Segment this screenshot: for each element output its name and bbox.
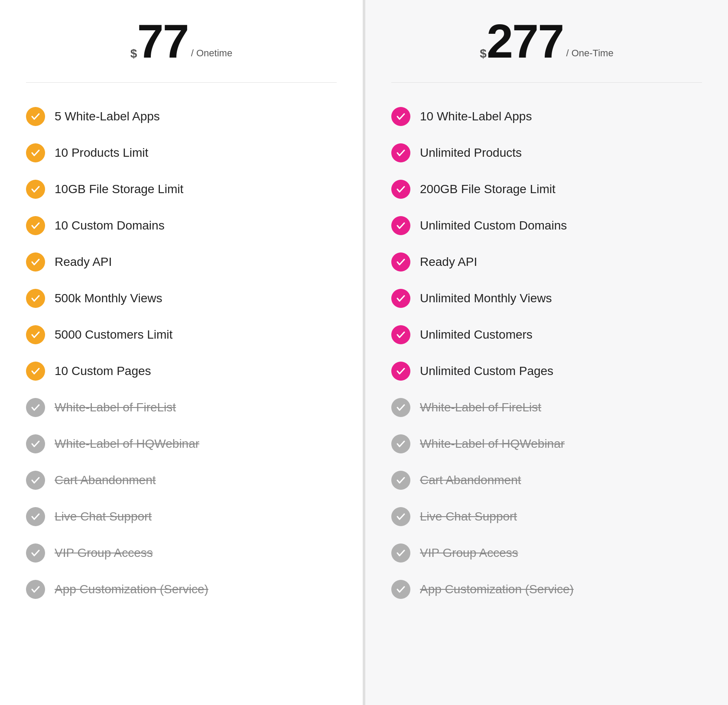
feature-label: VIP Group Access [55, 545, 153, 561]
price-amount-right: 277 [487, 17, 564, 65]
feature-label: 200GB File Storage Limit [420, 181, 556, 197]
feature-label: Live Chat Support [420, 509, 517, 524]
feature-item: VIP Group Access [391, 535, 702, 571]
check-icon [391, 252, 410, 272]
check-icon [26, 471, 45, 490]
price-period-left: / Onetime [191, 48, 232, 65]
check-icon [26, 362, 45, 381]
pricing-container: $ 77 / Onetime 5 White-Label Apps 10 Pro… [0, 0, 728, 705]
feature-item: Unlimited Customers [391, 317, 702, 353]
feature-item: 500k Monthly Views [26, 280, 337, 317]
feature-item: App Customization (Service) [26, 571, 337, 608]
feature-item: White-Label of FireList [391, 389, 702, 426]
check-icon [391, 471, 410, 490]
feature-item: White-Label of HQWebinar [26, 426, 337, 462]
feature-label: Unlimited Custom Domains [420, 218, 567, 233]
feature-item: VIP Group Access [26, 535, 337, 571]
feature-label: Ready API [55, 254, 112, 270]
feature-item: App Customization (Service) [391, 571, 702, 608]
price-amount-left: 77 [137, 17, 188, 65]
check-icon [391, 543, 410, 563]
feature-item: Unlimited Products [391, 135, 702, 171]
check-icon [26, 507, 45, 526]
feature-label: Cart Abandonment [55, 472, 156, 488]
feature-label: App Customization (Service) [420, 582, 574, 597]
check-icon [391, 289, 410, 308]
feature-label: White-Label of FireList [55, 400, 176, 415]
check-icon [26, 325, 45, 344]
check-icon [26, 434, 45, 453]
feature-list-right: 10 White-Label Apps Unlimited Products 2… [391, 98, 702, 608]
check-icon [391, 216, 410, 235]
feature-label: 10 Products Limit [55, 145, 148, 161]
feature-label: VIP Group Access [420, 545, 518, 561]
feature-label: Unlimited Products [420, 145, 522, 161]
feature-label: White-Label of HQWebinar [55, 436, 199, 452]
feature-label: Unlimited Monthly Views [420, 291, 552, 306]
check-icon [26, 252, 45, 272]
feature-item: Unlimited Monthly Views [391, 280, 702, 317]
check-icon [391, 143, 410, 162]
feature-label: Live Chat Support [55, 509, 152, 524]
feature-label: 5000 Customers Limit [55, 327, 172, 343]
feature-list-left: 5 White-Label Apps 10 Products Limit 10G… [26, 98, 337, 608]
feature-item: 5000 Customers Limit [26, 317, 337, 353]
check-icon [391, 180, 410, 199]
feature-item: White-Label of HQWebinar [391, 426, 702, 462]
price-period-right: / One-Time [566, 48, 613, 65]
feature-label: 10 Custom Pages [55, 363, 151, 379]
feature-item: Cart Abandonment [26, 462, 337, 498]
feature-label: App Customization (Service) [55, 582, 208, 597]
feature-item: Live Chat Support [391, 498, 702, 535]
feature-item: 10 White-Label Apps [391, 98, 702, 135]
check-icon [391, 507, 410, 526]
check-icon [26, 289, 45, 308]
feature-item: 5 White-Label Apps [26, 98, 337, 135]
check-icon [26, 180, 45, 199]
feature-item: White-Label of FireList [26, 389, 337, 426]
check-icon [26, 107, 45, 126]
feature-item: Cart Abandonment [391, 462, 702, 498]
plan-right: $ 277 / One-Time 10 White-Label Apps Unl… [365, 0, 728, 705]
check-icon [26, 398, 45, 417]
feature-label: 10 White-Label Apps [420, 109, 532, 124]
feature-item: Unlimited Custom Domains [391, 207, 702, 244]
feature-label: Ready API [420, 254, 477, 270]
feature-label: 5 White-Label Apps [55, 109, 160, 124]
plan-left: $ 77 / Onetime 5 White-Label Apps 10 Pro… [0, 0, 363, 705]
feature-label: 10 Custom Domains [55, 218, 165, 233]
check-icon [26, 143, 45, 162]
check-icon [391, 362, 410, 381]
feature-item: 10 Custom Pages [26, 353, 337, 389]
feature-label: 500k Monthly Views [55, 291, 162, 306]
feature-label: Unlimited Customers [420, 327, 533, 343]
check-icon [26, 580, 45, 599]
feature-item: 200GB File Storage Limit [391, 171, 702, 207]
feature-label: Cart Abandonment [420, 472, 521, 488]
check-icon [391, 325, 410, 344]
feature-item: 10 Custom Domains [26, 207, 337, 244]
currency-right: $ [480, 48, 487, 60]
feature-label: 10GB File Storage Limit [55, 181, 183, 197]
feature-label: White-Label of FireList [420, 400, 541, 415]
feature-label: White-Label of HQWebinar [420, 436, 565, 452]
feature-item: 10 Products Limit [26, 135, 337, 171]
check-icon [391, 580, 410, 599]
check-icon [26, 216, 45, 235]
feature-label: Unlimited Custom Pages [420, 363, 553, 379]
check-icon [26, 543, 45, 563]
check-icon [391, 434, 410, 453]
feature-item: Live Chat Support [26, 498, 337, 535]
feature-item: Ready API [26, 244, 337, 280]
feature-item: 10GB File Storage Limit [26, 171, 337, 207]
check-icon [391, 107, 410, 126]
price-header-left: $ 77 / Onetime [26, 17, 337, 83]
feature-item: Ready API [391, 244, 702, 280]
currency-left: $ [130, 48, 137, 60]
feature-item: Unlimited Custom Pages [391, 353, 702, 389]
price-header-right: $ 277 / One-Time [391, 17, 702, 83]
check-icon [391, 398, 410, 417]
